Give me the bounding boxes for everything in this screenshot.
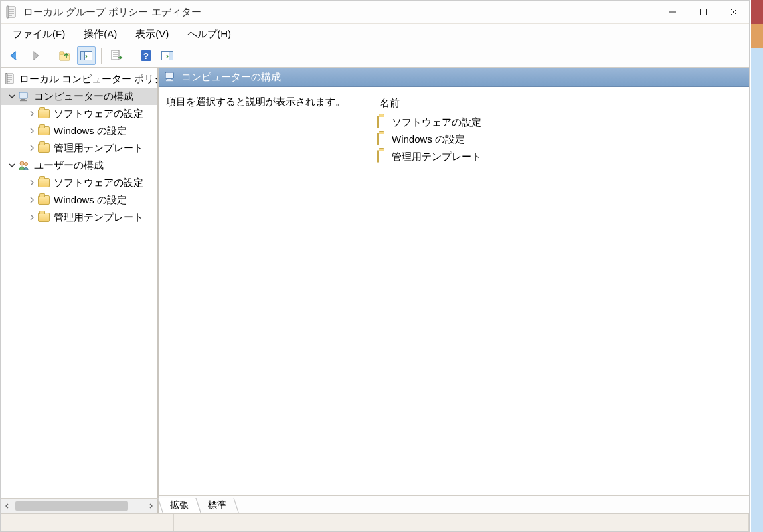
svg-rect-6 (81, 52, 85, 60)
svg-rect-1 (7, 6, 9, 18)
background-window-strip (751, 48, 763, 532)
folder-icon (377, 116, 389, 128)
title-bar: ローカル グループ ポリシー エディター (1, 1, 749, 24)
expander-closed-icon[interactable] (27, 213, 37, 222)
svg-rect-21 (166, 80, 173, 81)
status-cell (420, 514, 749, 531)
svg-rect-15 (21, 99, 25, 100)
toolbar: ? (1, 44, 749, 68)
svg-rect-14 (19, 92, 27, 98)
show-hide-console-tree-button[interactable] (77, 46, 96, 65)
tree-node-label: ソフトウェアの設定 (52, 107, 145, 121)
body-split: ローカル コンピューター ポリシ (1, 68, 749, 513)
computer-icon (18, 90, 30, 102)
scroll-thumb[interactable] (15, 501, 128, 511)
tree-node-windows-settings[interactable]: Windows の設定 (1, 122, 157, 139)
tree-node-label: ローカル コンピューター ポリシ (18, 72, 157, 86)
list-item-label: ソフトウェアの設定 (392, 116, 481, 129)
help-button[interactable]: ? (137, 46, 155, 65)
expander-open-icon[interactable] (7, 92, 17, 101)
svg-rect-20 (167, 79, 171, 80)
svg-rect-16 (20, 100, 27, 101)
folder-icon (377, 133, 389, 145)
folder-icon (38, 142, 50, 154)
tree-node-user-windows-settings[interactable]: Windows の設定 (1, 191, 157, 209)
app-frame: ローカル グループ ポリシー エディター ファイル(F) 操作(A) 表示(V)… (0, 0, 763, 532)
list-item[interactable]: 管理用テンプレート (377, 148, 743, 165)
tree-node-user-configuration[interactable]: ユーザーの構成 (1, 157, 157, 174)
svg-text:?: ? (143, 51, 149, 61)
tree-node-administrative-templates[interactable]: 管理用テンプレート (1, 139, 157, 157)
tab-label: 標準 (208, 499, 226, 511)
list-item[interactable]: ソフトウェアの設定 (377, 114, 743, 131)
toolbar-separator (131, 48, 131, 64)
maximize-button[interactable] (688, 1, 719, 23)
show-hide-action-pane-button[interactable] (158, 46, 177, 65)
svg-rect-2 (701, 9, 707, 15)
back-button[interactable] (5, 46, 23, 65)
console-tree[interactable]: ローカル コンピューター ポリシ (1, 68, 157, 498)
main-window: ローカル グループ ポリシー エディター ファイル(F) 操作(A) 表示(V)… (0, 0, 750, 532)
tree-node-label: ユーザーの構成 (33, 159, 105, 173)
svg-rect-19 (165, 72, 173, 78)
tree-node-label: 管理用テンプレート (52, 211, 145, 224)
column-header-name[interactable]: 名前 (377, 96, 743, 114)
tab-extended[interactable]: 拡張 (158, 498, 201, 513)
menu-view[interactable]: 表示(V) (126, 26, 178, 43)
tab-label: 拡張 (170, 499, 189, 511)
status-cell (1, 514, 174, 531)
svg-rect-11 (169, 52, 173, 60)
tab-standard[interactable]: 標準 (196, 498, 239, 513)
folder-icon (38, 211, 50, 223)
svg-rect-4 (60, 52, 64, 54)
expander-closed-icon[interactable] (27, 126, 37, 135)
tree-node-label: Windows の設定 (52, 193, 128, 207)
tree-node-computer-configuration[interactable]: コンピューターの構成 (1, 88, 157, 105)
up-one-level-button[interactable] (56, 46, 74, 65)
folder-icon (377, 151, 389, 163)
expander-closed-icon[interactable] (27, 178, 37, 187)
tree-node-software-settings[interactable]: ソフトウェアの設定 (1, 105, 157, 122)
svg-rect-7 (112, 50, 119, 60)
tree-node-user-software-settings[interactable]: ソフトウェアの設定 (1, 174, 157, 191)
expander-closed-icon[interactable] (27, 109, 37, 118)
svg-point-17 (20, 161, 24, 165)
folder-icon (38, 108, 50, 120)
menu-help[interactable]: ヘルプ(H) (178, 26, 240, 43)
list-item[interactable]: Windows の設定 (377, 131, 743, 148)
scroll-track[interactable] (14, 500, 144, 512)
result-pane-header: コンピューターの構成 (159, 68, 749, 87)
folder-icon (38, 125, 50, 137)
svg-rect-13 (5, 74, 7, 84)
result-pane: コンピューターの構成 項目を選択すると説明が表示されます。 名前 ソフトウェアの… (159, 68, 749, 513)
status-cell (174, 514, 420, 531)
tree-horizontal-scrollbar[interactable] (1, 498, 157, 513)
computer-icon (164, 71, 176, 83)
export-list-button[interactable] (107, 46, 126, 65)
background-window-strip (751, 0, 763, 24)
tree-node-label: ソフトウェアの設定 (52, 176, 145, 190)
app-icon (6, 5, 18, 19)
scroll-left-button[interactable] (1, 499, 14, 513)
tree-node-label: 管理用テンプレート (52, 141, 145, 155)
result-pane-body: 項目を選択すると説明が表示されます。 名前 ソフトウェアの設定 Windows … (159, 87, 749, 495)
minimize-button[interactable] (657, 1, 688, 23)
tree-node-user-administrative-templates[interactable]: 管理用テンプレート (1, 209, 157, 226)
scroll-right-button[interactable] (144, 499, 157, 513)
console-tree-pane: ローカル コンピューター ポリシ (1, 68, 159, 513)
menu-bar: ファイル(F) 操作(A) 表示(V) ヘルプ(H) (1, 24, 749, 44)
status-bar (1, 513, 749, 531)
expander-open-icon[interactable] (7, 161, 17, 170)
menu-file[interactable]: ファイル(F) (3, 26, 74, 43)
description-text: 項目を選択すると説明が表示されます。 (166, 96, 345, 107)
description-column: 項目を選択すると説明が表示されます。 (159, 93, 372, 495)
close-button[interactable] (719, 1, 749, 23)
list-item-label: 管理用テンプレート (392, 151, 481, 163)
forward-button[interactable] (26, 46, 44, 65)
policy-document-icon (5, 73, 15, 85)
svg-point-18 (25, 163, 28, 166)
expander-closed-icon[interactable] (27, 195, 37, 205)
expander-closed-icon[interactable] (27, 143, 37, 153)
tree-root-local-computer-policy[interactable]: ローカル コンピューター ポリシ (1, 70, 157, 88)
menu-action[interactable]: 操作(A) (74, 26, 126, 43)
